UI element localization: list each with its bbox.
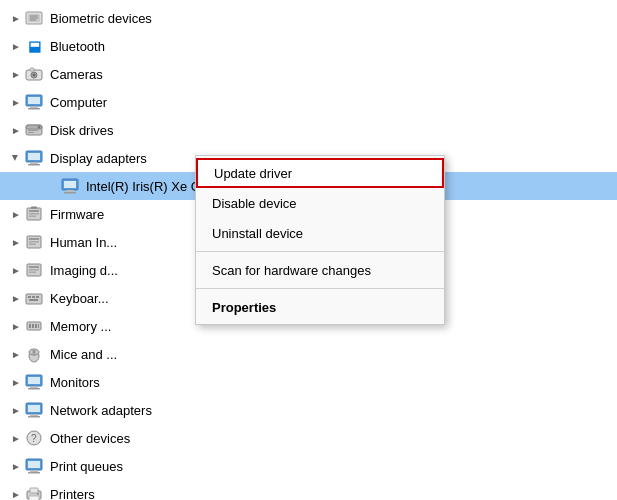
icon-other: ? <box>24 428 44 448</box>
icon-computer <box>24 92 44 112</box>
svg-rect-22 <box>28 164 40 166</box>
update-driver-label: Update driver <box>214 166 292 181</box>
tree-label-cameras: Cameras <box>48 67 617 82</box>
tree-item-printers[interactable]: ► Printers <box>0 480 617 500</box>
icon-disk <box>24 120 44 140</box>
tree-label-biometric: Biometric devices <box>48 11 617 26</box>
svg-rect-61 <box>28 416 40 418</box>
svg-rect-9 <box>30 68 34 71</box>
chevron-human: ► <box>8 234 24 250</box>
tree-label-computer: Computer <box>48 95 617 110</box>
svg-rect-39 <box>29 272 36 274</box>
chevron-printers: ► <box>8 486 24 500</box>
context-menu-divider-2 <box>196 288 444 289</box>
tree-item-mice[interactable]: ► Mice and ... <box>0 340 617 368</box>
icon-intel-iris <box>60 176 80 196</box>
tree-item-print-queues[interactable]: ► Print queues <box>0 452 617 480</box>
svg-rect-41 <box>28 296 31 298</box>
uninstall-device-label: Uninstall device <box>212 226 303 241</box>
tree-item-bluetooth[interactable]: ► ⬓ Bluetooth <box>0 32 617 60</box>
svg-rect-18 <box>28 132 34 133</box>
svg-rect-53 <box>33 350 36 354</box>
chevron-biometric: ► <box>8 10 24 26</box>
context-menu-update-driver[interactable]: Update driver <box>196 158 444 188</box>
chevron-memory: ► <box>8 318 24 334</box>
svg-rect-60 <box>30 414 38 416</box>
tree-label-other: Other devices <box>48 431 617 446</box>
tree-item-computer[interactable]: ► Computer <box>0 88 617 116</box>
icon-monitors <box>24 372 44 392</box>
svg-rect-29 <box>29 213 39 215</box>
chevron-display: ► <box>8 150 24 166</box>
svg-rect-34 <box>29 241 39 243</box>
icon-printers <box>24 484 44 500</box>
context-menu: Update driver Disable device Uninstall d… <box>195 155 445 325</box>
icon-memory <box>24 316 44 336</box>
svg-point-16 <box>38 126 41 129</box>
svg-rect-67 <box>28 472 40 474</box>
chevron-firmware: ► <box>8 206 24 222</box>
svg-rect-37 <box>29 266 39 268</box>
chevron-other: ► <box>8 430 24 446</box>
context-menu-divider-1 <box>196 251 444 252</box>
icon-human-interface <box>24 232 44 252</box>
chevron-mice: ► <box>8 346 24 362</box>
tree-item-disk-drives[interactable]: ► Disk drives <box>0 116 617 144</box>
context-menu-disable-device[interactable]: Disable device <box>196 188 444 218</box>
svg-rect-20 <box>28 153 40 160</box>
tree-item-monitors[interactable]: ► Monitors <box>0 368 617 396</box>
context-menu-scan-hardware[interactable]: Scan for hardware changes <box>196 255 444 285</box>
chevron-monitors: ► <box>8 374 24 390</box>
svg-rect-17 <box>28 130 38 131</box>
context-menu-properties[interactable]: Properties <box>196 292 444 322</box>
svg-rect-56 <box>30 386 38 388</box>
svg-rect-49 <box>38 324 39 328</box>
tree-item-cameras[interactable]: ► Cameras <box>0 60 617 88</box>
svg-rect-46 <box>29 324 31 328</box>
svg-rect-59 <box>28 405 40 412</box>
svg-rect-65 <box>28 461 40 468</box>
chevron-disk: ► <box>8 122 24 138</box>
chevron-computer: ► <box>8 94 24 110</box>
icon-bluetooth: ⬓ <box>24 36 44 56</box>
svg-rect-26 <box>64 192 76 194</box>
chevron-cameras: ► <box>8 66 24 82</box>
device-manager: ► Biometric devices ► ⬓ Bluetooth ► <box>0 0 617 500</box>
tree-item-biometric[interactable]: ► Biometric devices <box>0 4 617 32</box>
svg-rect-57 <box>28 388 40 390</box>
tree-label-network: Network adapters <box>48 403 617 418</box>
icon-mice <box>24 344 44 364</box>
icon-cameras <box>24 64 44 84</box>
svg-rect-38 <box>29 269 39 271</box>
properties-label: Properties <box>212 300 276 315</box>
tree-item-other[interactable]: ► ? Other devices <box>0 424 617 452</box>
svg-rect-24 <box>64 181 76 188</box>
svg-rect-35 <box>29 244 36 246</box>
svg-rect-31 <box>31 207 37 209</box>
chevron-imaging: ► <box>8 262 24 278</box>
svg-rect-70 <box>29 496 39 500</box>
svg-rect-55 <box>28 377 40 384</box>
tree-label-monitors: Monitors <box>48 375 617 390</box>
svg-point-8 <box>33 74 36 77</box>
svg-text:?: ? <box>31 433 37 444</box>
icon-print-queues <box>24 456 44 476</box>
svg-point-71 <box>37 493 39 495</box>
tree-label-disk: Disk drives <box>48 123 617 138</box>
scan-hardware-label: Scan for hardware changes <box>212 263 371 278</box>
disable-device-label: Disable device <box>212 196 297 211</box>
svg-rect-47 <box>32 324 34 328</box>
context-menu-uninstall-device[interactable]: Uninstall device <box>196 218 444 248</box>
tree-label-print: Print queues <box>48 459 617 474</box>
svg-text:⬓: ⬓ <box>28 38 41 54</box>
svg-rect-25 <box>66 190 74 192</box>
tree-item-network[interactable]: ► Network adapters <box>0 396 617 424</box>
tree-label-bluetooth: Bluetooth <box>48 39 617 54</box>
icon-display-adapters <box>24 148 44 168</box>
svg-rect-69 <box>30 488 38 493</box>
svg-rect-11 <box>28 97 40 104</box>
svg-rect-44 <box>29 299 38 301</box>
icon-network <box>24 400 44 420</box>
svg-rect-21 <box>30 162 38 164</box>
tree-label-printers: Printers <box>48 487 617 501</box>
